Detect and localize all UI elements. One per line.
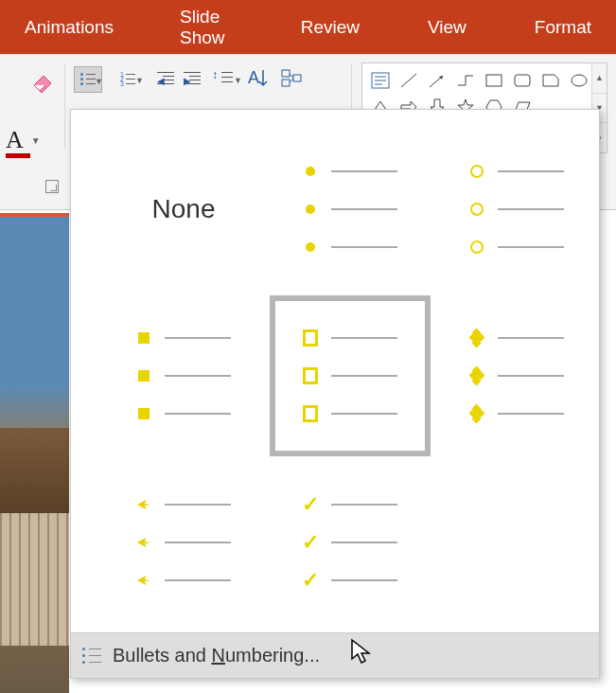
scroll-up-icon[interactable]: ▲	[592, 63, 607, 94]
check-icon: ✓	[303, 497, 318, 512]
check-icon: ✓	[303, 535, 318, 550]
bullets-numbering-icon	[82, 648, 101, 665]
chevron-down-icon[interactable]: ▼	[234, 76, 242, 85]
chevron-down-icon[interactable]: ▼	[135, 76, 144, 85]
svg-rect-10	[486, 75, 502, 86]
check-icon: ✓	[303, 573, 318, 588]
smartart-icon	[280, 66, 307, 91]
shape-line[interactable]	[395, 67, 423, 94]
bullet-option-four-diamonds[interactable]	[436, 295, 597, 456]
lines-icon	[221, 72, 233, 86]
menu-item-label: Bullets and Numbering...	[113, 645, 320, 666]
numbering-icon: 1 2 3	[120, 73, 135, 86]
eraser-icon	[30, 72, 55, 93]
numbering-button[interactable]: 1 2 3 ▼	[114, 66, 142, 93]
bullet-option-checkmark[interactable]: ✓ ✓ ✓	[270, 462, 431, 623]
svg-rect-1	[282, 70, 290, 77]
bullet-option-hollow-round[interactable]	[436, 129, 597, 290]
svg-text:A: A	[248, 68, 259, 87]
none-label: None	[152, 194, 216, 224]
clear-formatting-button[interactable]	[26, 68, 59, 97]
shape-rounded-rect[interactable]	[508, 67, 537, 94]
font-color-button[interactable]: A ▼	[6, 126, 41, 154]
bullets-icon	[80, 73, 96, 86]
bullets-dropdown-menu: None	[70, 109, 600, 679]
bullet-option-filled-round[interactable]	[270, 129, 431, 290]
ribbon-tabs: Animations Slide Show Review View Format	[0, 0, 616, 54]
svg-line-8	[401, 74, 416, 87]
bullet-option-hollow-square[interactable]	[270, 295, 431, 456]
text-direction-button[interactable]: A	[246, 66, 276, 95]
shape-oval[interactable]	[565, 67, 593, 94]
increase-indent-button[interactable]: ▶	[180, 66, 204, 91]
bullet-options-grid: None	[71, 110, 599, 632]
outdent-icon: ◀	[157, 72, 174, 85]
shape-rect[interactable]	[480, 67, 508, 94]
tab-animations[interactable]: Animations	[0, 0, 138, 54]
decrease-indent-button[interactable]: ◀	[153, 66, 178, 91]
indent-icon: ▶	[184, 72, 201, 85]
shape-textbox[interactable]	[366, 67, 395, 94]
group-separator	[64, 64, 65, 150]
font-dialog-launcher[interactable]	[45, 180, 59, 193]
svg-rect-11	[515, 75, 530, 86]
svg-point-12	[572, 75, 587, 86]
line-spacing-button[interactable]: ↕ ▼	[210, 66, 238, 93]
bullet-option-arrow[interactable]	[103, 462, 264, 623]
text-direction-icon: A	[246, 66, 273, 91]
bullet-option-empty	[436, 462, 597, 623]
shape-arrow-line[interactable]	[423, 67, 451, 94]
tab-view[interactable]: View	[403, 0, 491, 54]
shape-elbow[interactable]	[451, 67, 480, 94]
paragraph-group: ▼ 1 2 3 ▼ ◀ ▶ ↕ ▼	[74, 66, 310, 95]
bullets-button[interactable]: ▼	[74, 66, 102, 93]
chevron-down-icon[interactable]: ▼	[95, 77, 103, 86]
tab-review[interactable]: Review	[276, 0, 384, 54]
bullet-option-none[interactable]: None	[103, 129, 264, 290]
svg-rect-2	[282, 80, 290, 86]
convert-smartart-button[interactable]	[280, 66, 310, 95]
line-spacing-icon: ↕	[212, 68, 218, 81]
svg-rect-3	[293, 75, 301, 81]
tab-format[interactable]: Format	[510, 0, 616, 54]
font-color-letter: A	[6, 126, 24, 154]
chevron-down-icon[interactable]: ▼	[31, 135, 41, 146]
font-color-swatch	[6, 153, 30, 158]
shape-snip-rect[interactable]	[537, 67, 565, 94]
bullet-option-filled-square[interactable]	[103, 295, 264, 456]
tab-slide-show[interactable]: Slide Show	[155, 0, 265, 54]
slide-thumbnail	[0, 213, 69, 693]
bullets-and-numbering-menu-item[interactable]: Bullets and Numbering...	[71, 632, 599, 678]
